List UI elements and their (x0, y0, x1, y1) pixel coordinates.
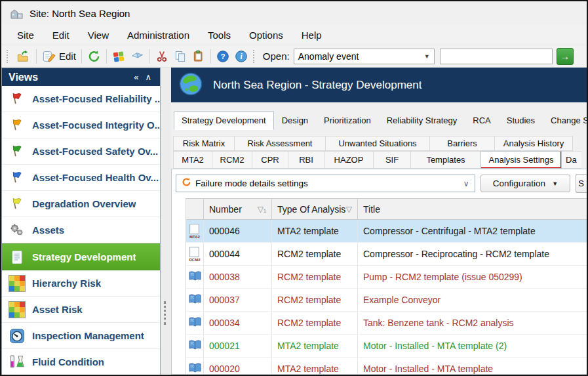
table-row[interactable]: 000034RCM2 templateTank: Benzene tank - … (186, 312, 587, 335)
tab-risk-assessment[interactable]: Risk Assessment (234, 136, 326, 151)
tab-analysis-settings[interactable]: Analysis Settings (480, 151, 562, 169)
toolbar-separator (36, 49, 37, 64)
flag-green-icon (8, 143, 26, 160)
truncated-side-button[interactable]: S (576, 174, 587, 193)
menu-item-tools[interactable]: Tools (199, 27, 240, 43)
table-row[interactable]: MTA2000046MTA2 templateCompressor - Cent… (186, 220, 587, 243)
menu-item-view[interactable]: View (79, 27, 118, 43)
flag-yellow-icon (8, 196, 26, 213)
copy-pages-icon (174, 50, 187, 63)
sidebar-item-degradation-overview[interactable]: Degradation Overview (2, 191, 160, 217)
tab-analysis-history[interactable]: Analysis History (494, 136, 573, 151)
chevron-down-icon[interactable]: ∨ (463, 179, 469, 188)
collapse-panel-icon[interactable]: « (130, 72, 142, 82)
sidebar-item-hierarchy-risk[interactable]: Hierarchy Risk (2, 270, 160, 297)
toolbar-button-windows-logo[interactable] (109, 49, 128, 64)
sidebar-item-asset-risk[interactable]: Asset Risk (2, 297, 160, 323)
tab-sif[interactable]: SIF (373, 151, 411, 169)
tab-hazop[interactable]: HAZOP (324, 151, 374, 169)
settings-combobox[interactable]: Failure mode details settings ∨ (176, 175, 475, 192)
toolbar-button-cut-scissors[interactable] (153, 49, 171, 64)
go-button[interactable]: → (557, 48, 574, 65)
table-row[interactable]: 000020MTA2 templateMotor - Installed - M… (186, 358, 587, 374)
configuration-button[interactable]: Configuration ▼ (480, 175, 571, 192)
table-row[interactable]: 000037RCM2 templateExample Conveyor (186, 289, 587, 312)
row-type-icon-cell (186, 312, 204, 334)
table-row[interactable]: 000038RCM2 templatePump - RCM2 template … (186, 266, 587, 289)
cell-title: Compressor - Centrifugal - MTA2 template (358, 220, 587, 242)
tab-da[interactable]: Da (561, 151, 581, 169)
sidebar-item-asset-focused-integrity-o[interactable]: Asset-Focused Integrity O... (2, 112, 160, 138)
tab-studies[interactable]: Studies (499, 112, 543, 130)
toolbar-separator (106, 49, 107, 64)
open-combobox[interactable]: Anomaly event ▼ (294, 49, 435, 64)
tab-templates[interactable]: Templates (410, 151, 481, 169)
toolbar-grip[interactable] (7, 50, 11, 63)
edit-pencil-icon (42, 50, 56, 63)
column-header-type-of-analysis[interactable]: Type Of Analysis▽ (272, 199, 358, 219)
gears-icon (8, 222, 26, 239)
menu-item-options[interactable]: Options (240, 27, 292, 43)
panel-splitter[interactable] (161, 68, 171, 375)
row-type-icon-cell (186, 358, 204, 374)
chevron-down-icon[interactable]: ▼ (424, 53, 430, 60)
sidebar-item-strategy-development[interactable]: Strategy Development (2, 243, 160, 270)
send-icon (130, 51, 144, 62)
cell-type-of-analysis: RCM2 template (272, 312, 358, 334)
tab-cpr[interactable]: CPR (252, 151, 288, 169)
toolbar-button-paste-clipboard[interactable] (189, 49, 208, 64)
views-header: Views « ∧ (2, 68, 160, 86)
flag-orange-icon (8, 117, 26, 134)
sidebar-item-asset-focused-reliability[interactable]: Asset-Focused Reliability ... (2, 86, 160, 112)
pin-panel-icon[interactable]: ∧ (142, 72, 155, 82)
menu-item-help[interactable]: Help (292, 27, 331, 43)
sidebar-item-label: Inspection Management (32, 330, 144, 341)
toolbar-button-open-folder[interactable] (14, 49, 33, 64)
filter-icon[interactable]: ▽ (346, 205, 352, 214)
tab-prioritization[interactable]: Prioritization (316, 112, 379, 130)
splitter-handle-icon[interactable] (164, 301, 168, 325)
toolbar-button-edit-pencil[interactable]: Edit (39, 49, 79, 64)
tab-change-sets[interactable]: Change Sets (543, 112, 588, 130)
table-row[interactable]: 000021MTA2 templateMotor - Installed - M… (186, 335, 587, 358)
table-row[interactable]: RCM2000044RCM2 templateCompressor - Reci… (186, 243, 587, 266)
toolbar-button-copy-pages[interactable] (171, 49, 189, 64)
sidebar-item-assets[interactable]: Assets (2, 217, 160, 243)
column-header-icon[interactable] (186, 199, 204, 219)
settings-toolbar: Failure mode details settings ∨ Configur… (172, 169, 587, 198)
toolbar-button-refresh[interactable] (85, 49, 104, 64)
toolbar-grip-2[interactable] (253, 50, 258, 63)
gauge-icon (8, 327, 26, 345)
main-body: Views « ∧ Asset-Focused Reliability ...A… (1, 68, 587, 375)
column-header-title[interactable]: Title (358, 199, 587, 219)
toolbar-button-send[interactable] (128, 49, 147, 64)
risk-matrix-grid (9, 275, 26, 292)
tab-mta2[interactable]: MTA2 (173, 151, 212, 169)
tab-barriers[interactable]: Barriers (429, 136, 495, 151)
flasks-icon (8, 354, 26, 371)
menu-item-site[interactable]: Site (8, 27, 43, 43)
tab-reliability-strategy[interactable]: Reliability Strategy (379, 112, 465, 130)
sidebar-item-asset-focused-health-ov[interactable]: Asset-Focused Health Ov... (2, 165, 160, 191)
tab-strategy-development[interactable]: Strategy Development (174, 111, 274, 130)
toolbar-button-help-circle[interactable]: ? (214, 49, 232, 64)
tab-design[interactable]: Design (274, 112, 316, 130)
sidebar-item-fluid-condition[interactable]: Fluid Condition (2, 349, 160, 375)
cell-type-of-analysis: MTA2 template (272, 335, 358, 357)
tab-rca[interactable]: RCA (465, 112, 498, 130)
column-header-number[interactable]: Number▽₁ (204, 199, 272, 219)
toolbar-button-info-circle[interactable]: i (232, 49, 250, 64)
menu-item-edit[interactable]: Edit (43, 27, 79, 43)
quick-open-input[interactable] (440, 49, 553, 64)
tab-unwanted-situations[interactable]: Unwanted Situations (325, 136, 430, 151)
sidebar-item-asset-focused-safety-ov[interactable]: Asset-Focused Safety Ov... (2, 138, 160, 165)
tab-risk-matrix[interactable]: Risk Matrix (173, 136, 235, 151)
sort-indicator-icon[interactable]: ▽₁ (258, 205, 266, 214)
tab-rbi[interactable]: RBI (288, 151, 324, 169)
menu-item-administration[interactable]: Administration (118, 27, 199, 43)
column-header-label: Type Of Analysis (277, 204, 345, 215)
sidebar-item-inspection-management[interactable]: Inspection Management (2, 323, 160, 349)
flag-red-icon (8, 91, 26, 108)
tab-rcm2[interactable]: RCM2 (212, 151, 252, 169)
sidebar-item-label: Assets (32, 224, 64, 236)
